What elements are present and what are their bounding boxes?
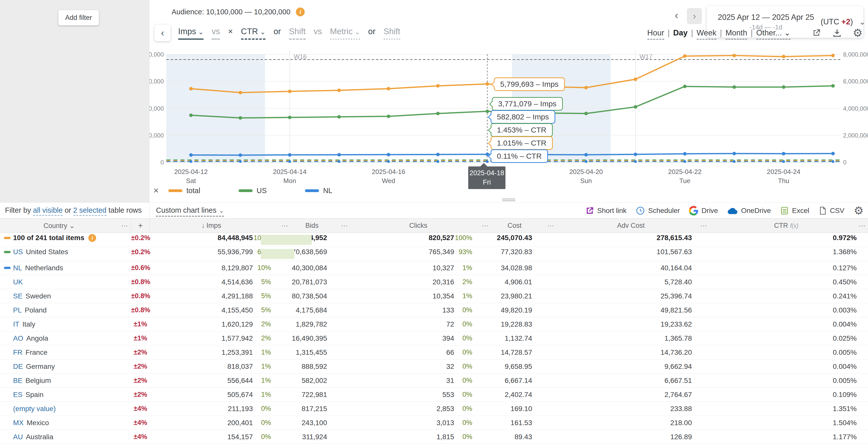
metric-token-or[interactable]: or — [274, 27, 281, 38]
date-prev-icon[interactable]: ‹ — [675, 10, 678, 21]
country-code[interactable]: DE — [13, 363, 23, 371]
country-cell[interactable]: IT Italy — [0, 320, 131, 328]
bids-cell: 1,315,455 — [273, 348, 327, 356]
country-code[interactable]: SE — [13, 292, 22, 300]
granularity-hour[interactable]: Hour — [647, 28, 664, 40]
metric-token-shift[interactable]: Shift — [289, 27, 306, 40]
country-code[interactable]: UK — [13, 278, 23, 286]
gear-icon[interactable]: ⚙ — [852, 28, 863, 38]
column-header-adv-cost[interactable]: Adv Cost — [570, 222, 692, 230]
column-menu-icon[interactable]: ⋯ — [273, 222, 297, 230]
date-next-icon[interactable]: › — [687, 8, 702, 24]
table-row[interactable]: MX Mexico ±4% 200,401 0% 243,100 3,013 0… — [0, 416, 868, 430]
gear-icon[interactable]: ⚙ — [854, 205, 864, 216]
granularity-week[interactable]: Week — [697, 28, 717, 40]
open-in-new-icon[interactable] — [811, 28, 822, 38]
table-row[interactable]: (empty value) ±4% 211,193 0% 817,215 2,8… — [0, 402, 868, 416]
country-code[interactable]: FR — [13, 348, 22, 356]
column-header-imps[interactable]: ↓Imps — [150, 222, 273, 230]
table-row[interactable]: SE Sweden ±0.8% 4,291,188 5% 80,738,504 … — [0, 289, 868, 303]
table-row[interactable]: NL Netherlands ±0.6% 8,129,807 10% 40,30… — [0, 261, 868, 275]
granularity-day[interactable]: Day — [673, 28, 688, 39]
table-row[interactable]: FR France ±2% 1,253,391 1% 1,315,455 66 … — [0, 345, 868, 360]
country-code[interactable]: MX — [13, 419, 24, 427]
metric-token-vs[interactable]: vs — [314, 27, 322, 38]
country-cell[interactable]: MX Mexico — [0, 419, 131, 427]
table-row[interactable]: IT Italy ±1% 1,620,129 2% 1,829,782 72 0… — [0, 317, 868, 331]
info-icon[interactable]: i — [88, 234, 96, 242]
country-code[interactable]: ES — [13, 391, 22, 399]
table-row[interactable]: AU Australia ±4% 154,157 0% 311,924 1,81… — [0, 430, 868, 444]
table-row[interactable]: ES Spain ±2% 505,674 1% 722,981 553 0% 2… — [0, 388, 868, 402]
country-code[interactable]: AU — [13, 433, 23, 441]
country-cell[interactable]: NL Netherlands — [0, 264, 131, 272]
column-header-bids[interactable]: Bids — [297, 222, 327, 230]
add-column-button[interactable]: + — [131, 218, 150, 233]
column-header-ctr[interactable]: CTRf(x) — [716, 222, 857, 230]
resize-handle[interactable] — [502, 199, 515, 201]
metric-token-imps[interactable]: Imps⌄ — [178, 27, 204, 40]
column-menu-icon[interactable]: ⋯ — [327, 222, 362, 230]
country-cell[interactable]: AO Angola — [0, 334, 131, 342]
column-header-clicks[interactable]: Clicks — [362, 222, 474, 230]
info-icon[interactable]: i — [296, 7, 305, 16]
country-cell[interactable]: BE Belgium — [0, 377, 131, 385]
country-code[interactable]: NL — [13, 264, 22, 272]
country-cell[interactable]: SE Sweden — [0, 292, 131, 300]
filter-selected-link[interactable]: 2 selected — [73, 206, 106, 216]
country-code[interactable]: BE — [13, 377, 22, 385]
excel-button[interactable]: Excel — [780, 206, 809, 215]
country-cell[interactable]: 100 of 241 total items i — [0, 234, 131, 242]
country-cell[interactable]: UK — [0, 278, 131, 286]
chevron-down-icon[interactable]: ⌄ — [859, 17, 866, 27]
granularity-other[interactable]: Other... ⌄ — [756, 28, 790, 40]
country-cell[interactable]: DE Germany — [0, 363, 131, 371]
metric-token-or[interactable]: or — [368, 27, 375, 38]
metric-token-vs[interactable]: vs — [212, 27, 220, 40]
country-cell[interactable]: AU Australia — [0, 433, 131, 441]
country-cell[interactable]: PL Poland — [0, 306, 131, 314]
country-code[interactable]: US — [13, 248, 23, 256]
legend-item-total[interactable]: total — [168, 186, 200, 195]
table-row[interactable]: DE Germany ±2% 818,037 1% 888,592 32 0% … — [0, 360, 868, 374]
column-menu-icon[interactable]: ⋯ — [692, 222, 716, 230]
table-row[interactable]: AO Angola ±1% 1,577,942 2% 16,490,395 39… — [0, 331, 868, 345]
country-code[interactable]: AO — [13, 334, 23, 342]
metric-token-shift[interactable]: Shift — [384, 27, 400, 40]
drive-button[interactable]: Drive — [689, 206, 718, 215]
country-cell[interactable]: FR France — [0, 348, 131, 356]
country-code[interactable]: PL — [13, 306, 22, 314]
metric-token-ctr[interactable]: CTR⌄ — [241, 27, 266, 40]
csv-button[interactable]: CSV — [818, 206, 844, 215]
short-link-button[interactable]: Short link — [585, 206, 627, 215]
column-menu-icon[interactable]: ⋯ — [532, 222, 570, 230]
legend-item-NL[interactable]: NL — [305, 186, 332, 195]
close-icon[interactable]: × — [153, 186, 159, 195]
country-cell[interactable]: US United States — [0, 248, 131, 256]
scheduler-button[interactable]: Scheduler — [636, 206, 680, 215]
timezone-label[interactable]: (UTC +2) — [821, 18, 853, 26]
metric-token-×[interactable]: × — [228, 27, 233, 38]
custom-chart-lines-dropdown[interactable]: Custom chart lines⌄ — [156, 206, 224, 217]
column-header-cost[interactable]: Cost — [497, 222, 532, 230]
back-icon[interactable]: ‹ — [154, 25, 170, 41]
table-row[interactable]: BE Belgium ±2% 556,644 1% 582,002 31 0% … — [0, 374, 868, 388]
column-menu-icon[interactable]: ⋯ — [474, 222, 497, 230]
table-row[interactable]: PL Poland ±0.8% 4,155,450 5% 4,175,684 1… — [0, 303, 868, 317]
table-row[interactable]: UK ±0.8% 4,514,636 5% 20,781,073 20,316 … — [0, 275, 868, 289]
granularity-month[interactable]: Month — [725, 28, 747, 40]
download-icon[interactable] — [832, 28, 842, 38]
metric-token-metric[interactable]: Metric⌄ — [330, 27, 360, 40]
column-header-country[interactable]: Country ⌄ — [0, 222, 118, 230]
column-menu-icon[interactable]: ⋯ — [857, 222, 868, 230]
country-code[interactable]: IT — [13, 320, 19, 328]
add-filter-button[interactable]: Add filter — [58, 10, 99, 25]
country-cell[interactable]: (empty value) — [0, 405, 131, 413]
legend-item-US[interactable]: US — [239, 186, 267, 195]
filter-all-visible-link[interactable]: all visible — [33, 206, 63, 216]
country-cell[interactable]: ES Spain — [0, 391, 131, 399]
onedrive-button[interactable]: OneDrive — [727, 205, 771, 216]
table-row[interactable]: US United States ±0.2% 55,936,799 66% 27… — [0, 247, 868, 261]
table-row[interactable]: 100 of 241 total items i ±0.2% 84,448,94… — [0, 233, 868, 247]
column-menu-icon[interactable]: ⋯ — [118, 222, 131, 230]
